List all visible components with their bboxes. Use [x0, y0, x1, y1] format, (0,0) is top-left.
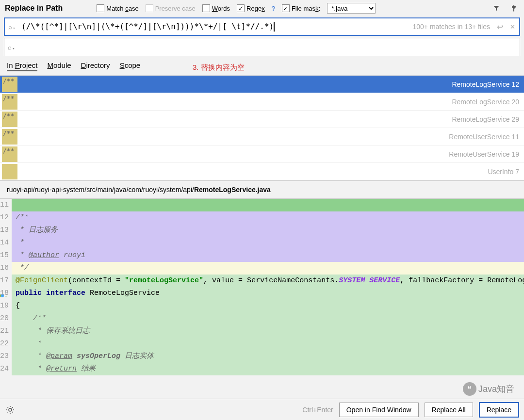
svg-point-0: [0, 294, 1, 297]
pin-icon[interactable]: [508, 3, 519, 14]
newline-icon[interactable]: ↩: [497, 22, 503, 32]
code-line: *: [12, 237, 524, 249]
code-line: /**: [12, 211, 524, 224]
gear-icon[interactable]: [5, 404, 16, 415]
svg-point-2: [9, 408, 12, 411]
code-line: * @return 结果: [12, 363, 524, 375]
file-icon: [2, 164, 17, 179]
scope-tab-directory[interactable]: Directory: [81, 61, 110, 71]
code-line: * 保存系统日志: [12, 325, 524, 338]
result-row[interactable]: /** RemoteUserService 19: [0, 145, 524, 163]
replace-button[interactable]: Replace: [479, 402, 519, 418]
file-icon: /**: [2, 94, 17, 110]
search-input[interactable]: (/\*([^*]|[\r\n]|(\*+([^*/]|[\r\n])))*\*…: [19, 20, 412, 34]
watermark: ❝ Java知音: [463, 382, 514, 396]
file-mask-input[interactable]: *.java: [327, 3, 376, 14]
code-line: @FeignClient(contextId = "remoteLogServi…: [12, 275, 524, 287]
regex-checkbox[interactable]: Regex: [237, 4, 265, 12]
result-file-label: RemoteLogService 12: [452, 81, 519, 88]
code-line: [12, 199, 524, 211]
code-line: *: [12, 338, 524, 350]
file-path-bar: ruoyi-api/ruoyi-api-system/src/main/java…: [0, 180, 524, 199]
result-file-label: RemoteLogService 20: [452, 98, 519, 106]
replace-input[interactable]: [19, 41, 520, 54]
svg-point-1: [1, 294, 4, 297]
code-line: */: [12, 262, 524, 275]
matches-count: 100+ matches in 13+ files: [412, 23, 490, 31]
scope-tab-scope[interactable]: Scope: [120, 61, 141, 71]
result-file-label: RemoteLogService 29: [452, 115, 519, 123]
file-icon: /**: [2, 112, 17, 127]
file-icon: /**: [2, 146, 17, 162]
wechat-icon: ❝: [463, 382, 476, 396]
file-icon: /**: [2, 129, 17, 145]
search-icon[interactable]: ⌕▾: [5, 23, 19, 31]
result-row[interactable]: /** RemoteUserService 11: [0, 128, 524, 145]
code-line: * @author ruoyi: [12, 249, 524, 262]
regex-help-icon[interactable]: ?: [272, 5, 275, 12]
code-line: {: [12, 300, 524, 312]
result-file-label: RemoteUserService 19: [449, 150, 519, 158]
result-row[interactable]: /** RemoteLogService 12: [0, 76, 524, 93]
scope-tab-module[interactable]: Module: [47, 61, 71, 71]
result-file-label: UserInfo 7: [488, 168, 519, 176]
open-in-find-window-button[interactable]: Open in Find Window: [339, 403, 419, 417]
code-line: public interface RemoteLogService: [12, 287, 524, 300]
scope-tab-in-project[interactable]: In Project: [7, 61, 37, 71]
replace-all-button[interactable]: Replace All: [425, 403, 473, 417]
result-row[interactable]: UserInfo 7: [0, 163, 524, 180]
match-case-checkbox[interactable]: Match case: [97, 4, 138, 12]
words-checkbox[interactable]: Words: [202, 4, 230, 12]
file-mask-checkbox[interactable]: File mask:: [282, 4, 320, 12]
code-line: * @param sysOperLog 日志实体: [12, 350, 524, 363]
preserve-case-checkbox: Preserve case: [146, 4, 196, 12]
replace-icon[interactable]: ⌕▾: [4, 44, 19, 51]
file-icon: /**: [2, 77, 17, 92]
clear-search-icon[interactable]: ✕: [510, 23, 515, 31]
result-row[interactable]: /** RemoteLogService 20: [0, 93, 524, 111]
dialog-title: Replace in Path: [5, 4, 63, 13]
code-line: /**: [12, 312, 524, 325]
result-file-label: RemoteUserService 11: [449, 133, 519, 141]
code-line: * 日志服务: [12, 224, 524, 237]
result-row[interactable]: /** RemoteLogService 29: [0, 111, 524, 128]
filter-icon[interactable]: [491, 3, 502, 14]
shortcut-hint: Ctrl+Enter: [302, 406, 333, 414]
